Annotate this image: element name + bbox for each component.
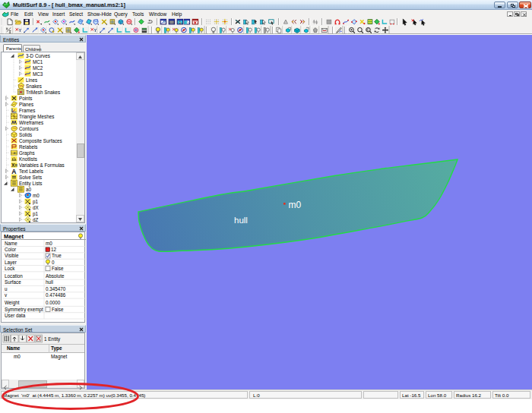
- svg-text:1 Entity: 1 Entity: [44, 336, 61, 342]
- svg-text:Location: Location: [5, 273, 23, 279]
- svg-text:Entity Lists: Entity Lists: [19, 181, 42, 187]
- svg-text:True: True: [52, 253, 62, 258]
- svg-text:u: u: [5, 286, 8, 292]
- svg-text:Composite Surfaces: Composite Surfaces: [19, 138, 62, 144]
- svg-text:MC2: MC2: [33, 65, 43, 71]
- svg-text:0.345470: 0.345470: [46, 286, 66, 292]
- svg-text:Absolute: Absolute: [46, 273, 65, 279]
- svg-text:Contours: Contours: [19, 126, 39, 131]
- svg-text:Triangle Meshes: Triangle Meshes: [19, 114, 54, 120]
- svg-text:A: A: [11, 168, 16, 175]
- svg-text:m0: m0: [33, 193, 40, 198]
- svg-text:CAD: CAD: [11, 152, 17, 155]
- svg-text:Solids: Solids: [19, 132, 32, 137]
- svg-text:False: False: [52, 307, 64, 312]
- svg-text:p1: p1: [33, 211, 39, 217]
- svg-text:TriMesh Snakes: TriMesh Snakes: [26, 90, 60, 95]
- svg-text:Frames: Frames: [19, 108, 35, 113]
- svg-text:MC1: MC1: [33, 59, 43, 65]
- svg-text:User data: User data: [5, 313, 26, 318]
- svg-text:False: False: [52, 266, 64, 271]
- svg-text:Lock: Lock: [5, 266, 15, 271]
- svg-text:Variables & Formulas: Variables & Formulas: [19, 162, 65, 168]
- svg-text:m0: m0: [289, 200, 302, 210]
- svg-text:dX: dX: [33, 205, 40, 210]
- svg-text:12: 12: [51, 247, 57, 252]
- svg-text:Points: Points: [19, 96, 33, 101]
- svg-text:hull: hull: [46, 279, 53, 285]
- svg-text:Name: Name: [5, 241, 17, 246]
- svg-text:v: v: [5, 292, 8, 298]
- svg-text:Knotlists: Knotlists: [19, 156, 37, 162]
- svg-text:Color: Color: [5, 247, 16, 252]
- svg-text:Layer: Layer: [5, 260, 17, 266]
- svg-text:Text Labels: Text Labels: [19, 169, 43, 174]
- svg-text:hull: hull: [234, 216, 248, 225]
- svg-text:Symmetry exempt: Symmetry exempt: [5, 307, 43, 313]
- svg-text:Planes: Planes: [19, 102, 33, 107]
- svg-text:dZ: dZ: [33, 217, 39, 222]
- svg-text:Lines: Lines: [26, 77, 37, 83]
- svg-text:Surface: Surface: [5, 279, 21, 285]
- svg-text:Snakes: Snakes: [26, 84, 42, 89]
- svg-text:0: 0: [52, 260, 55, 265]
- svg-text:a0: a0: [26, 187, 32, 192]
- svg-text:Wireframes: Wireframes: [19, 120, 43, 125]
- svg-text:Solve Sets: Solve Sets: [19, 175, 42, 180]
- svg-text:m0: m0: [46, 241, 52, 246]
- svg-text:0.0000: 0.0000: [46, 300, 61, 305]
- svg-text:Relabels: Relabels: [19, 144, 38, 150]
- svg-text:Graphs: Graphs: [19, 150, 35, 156]
- svg-text:X=: X=: [11, 162, 17, 168]
- svg-text:p1: p1: [33, 199, 39, 205]
- svg-text:Visible: Visible: [5, 253, 19, 258]
- svg-text:0.474486: 0.474486: [46, 292, 66, 298]
- svg-text:3-D Curves: 3-D Curves: [26, 53, 50, 58]
- svg-text:Weight: Weight: [5, 300, 20, 306]
- svg-text:MC3: MC3: [33, 71, 43, 77]
